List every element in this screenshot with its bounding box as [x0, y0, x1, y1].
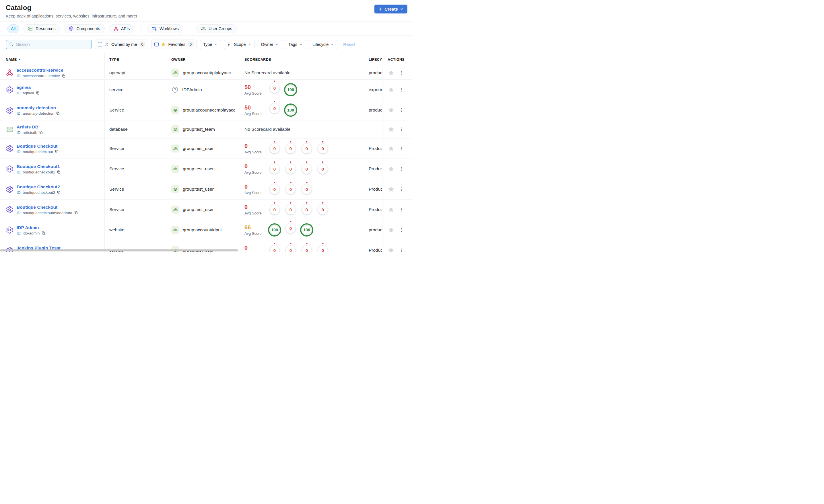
scorecard-badge: 0 [318, 245, 328, 252]
entity-name-link[interactable]: anomaly-detection [17, 105, 60, 110]
favorite-star-button[interactable] [388, 86, 395, 93]
favorite-star-button[interactable] [388, 227, 395, 233]
tags-dropdown[interactable]: Tags [285, 40, 306, 49]
entity-gear-icon [6, 226, 13, 234]
table-row[interactable]: anomaly-detectionID: anomaly-detectionSe… [0, 100, 412, 120]
favorite-star-button[interactable] [388, 165, 395, 172]
favorite-star-button[interactable] [388, 206, 395, 213]
cell-name: Boutique Checkout2ID: boutiquecheckout2 [0, 179, 105, 199]
cell-owner: group:account/idpui [171, 226, 244, 234]
scorecard-badge: 0 [318, 164, 328, 174]
table-row[interactable]: IDP AdminID: idp-adminwebsitegroup:accou… [0, 220, 412, 240]
row-menu-button[interactable] [399, 70, 404, 76]
scorecard-divider [265, 204, 266, 216]
cell-actions [382, 200, 412, 220]
scorecard-badge-slot: 0 [315, 164, 331, 174]
tab-resources[interactable]: Resources [23, 24, 60, 33]
favorite-star-button[interactable] [388, 126, 395, 133]
copy-id-button[interactable] [41, 231, 45, 235]
copy-id-button[interactable] [57, 170, 61, 174]
tab-user-groups[interactable]: User Groups [196, 24, 237, 33]
entity-id-line: ID: boutiquecheckout2 [17, 191, 61, 195]
entity-database-icon [6, 126, 13, 133]
table-row[interactable]: Boutique Checkout1ID: boutiquecheckout1S… [0, 159, 412, 179]
scorecard-divider [265, 163, 266, 175]
table-row[interactable]: Boutique Checkout2ID: boutiquecheckout2S… [0, 179, 412, 200]
cell-actions [382, 240, 412, 252]
entity-name-link[interactable]: Boutique Checkout2 [17, 184, 61, 190]
copy-id-button[interactable] [56, 111, 60, 115]
copy-id-button[interactable] [57, 191, 61, 195]
scorecard-badge: 0 [286, 205, 296, 215]
row-menu-button[interactable] [399, 146, 404, 151]
tab-apis[interactable]: APIs [109, 24, 134, 33]
cell-actions [382, 100, 412, 120]
entity-name-link[interactable]: IDP Admin [17, 225, 45, 230]
owned-by-me-checkbox[interactable] [98, 42, 102, 46]
copy-id-button[interactable] [39, 130, 43, 134]
tab-all[interactable]: All [7, 24, 19, 33]
table-row[interactable]: Boutique CheckoutID: boutiquecheckoutSer… [0, 138, 412, 159]
table-row[interactable]: agnivaID: agnivaserviceIDPAdmin50Avg Sco… [0, 80, 412, 100]
copy-id-button[interactable] [55, 150, 59, 154]
row-menu-button[interactable] [399, 166, 404, 171]
favorite-star-button[interactable] [388, 186, 395, 193]
entity-name-link[interactable]: Artists DB [17, 124, 43, 130]
table-row[interactable]: Artists DBID: artistsdbdatabasegroup:tes… [0, 120, 412, 138]
cell-type: database [105, 127, 171, 132]
scorecard-badge: 0 [318, 144, 328, 153]
favorite-star-button[interactable] [388, 107, 395, 114]
scorecard-badge-slot: 0 [267, 164, 283, 174]
entity-text: Boutique Checkout2ID: boutiquecheckout2 [17, 184, 61, 195]
scope-dropdown[interactable]: Scope [224, 40, 254, 49]
entity-id-line: ID: accesscontrol-service [17, 74, 66, 78]
cell-lifecycle: Production [369, 207, 382, 212]
entity-text: Boutique CheckoutID: boutiquecheckout [17, 143, 59, 154]
row-menu-button[interactable] [399, 108, 404, 113]
favorite-star-button[interactable] [388, 145, 395, 152]
entity-name-link[interactable]: agniva [17, 85, 40, 90]
row-menu-button[interactable] [399, 127, 404, 132]
search-input[interactable] [16, 42, 89, 47]
favorites-filter[interactable]: Favorites 0 [151, 39, 197, 49]
copy-id-button[interactable] [36, 91, 40, 95]
scorecard-badge-slot: 0 [267, 245, 283, 252]
owned-by-me-filter[interactable]: Owned by me 0 [95, 39, 148, 49]
scorecard-badge: 100 [284, 83, 297, 96]
row-menu-button[interactable] [399, 87, 404, 92]
row-menu-button[interactable] [399, 248, 404, 252]
entity-name-link[interactable]: accesscontrol-service [17, 68, 66, 73]
favorite-star-button[interactable] [388, 70, 395, 76]
row-menu-button[interactable] [399, 227, 404, 233]
type-dropdown[interactable]: Type [200, 40, 221, 49]
entity-name-link[interactable]: Boutique Checkout [17, 205, 78, 210]
avg-score-block: 0Avg Score [244, 184, 265, 195]
create-button[interactable]: Create [375, 5, 407, 13]
column-header-name[interactable]: NAME [0, 53, 105, 66]
owner-dropdown[interactable]: Owner [258, 40, 282, 49]
copy-id-button[interactable] [74, 211, 78, 215]
row-menu-button[interactable] [399, 186, 404, 192]
table-row[interactable]: accesscontrol-serviceID: accesscontrol-s… [0, 66, 412, 80]
copy-id-button[interactable] [62, 74, 66, 78]
tab-workflows[interactable]: Workflows [147, 24, 183, 33]
entity-name-link[interactable]: Boutique Checkout1 [17, 164, 61, 169]
copy-icon [57, 191, 61, 195]
lifecycle-dropdown[interactable]: Lifecycle [309, 40, 337, 49]
copy-icon [43, 251, 47, 252]
cell-scorecards: 0Avg Score0000 [244, 200, 369, 220]
row-menu-button[interactable] [399, 207, 404, 212]
tab-components[interactable]: Components [64, 24, 104, 33]
avg-score-value: 0 [244, 163, 265, 169]
table-row[interactable]: Boutique CheckoutID: boutiquecheckoutdsa… [0, 200, 412, 220]
scorecard-badge-slot: 0 [283, 144, 299, 153]
horizontal-scrollbar-thumb[interactable] [0, 249, 238, 251]
cell-type: service [105, 87, 171, 92]
cell-scorecards: 66Avg Score1000100 [244, 220, 369, 240]
favorite-star-button[interactable] [388, 247, 395, 252]
cell-type: openapi [105, 70, 171, 76]
reset-button[interactable]: Reset [343, 42, 355, 47]
entity-name-link[interactable]: Boutique Checkout [17, 143, 59, 149]
copy-id-button[interactable] [43, 251, 47, 252]
favorites-checkbox[interactable] [154, 42, 159, 46]
